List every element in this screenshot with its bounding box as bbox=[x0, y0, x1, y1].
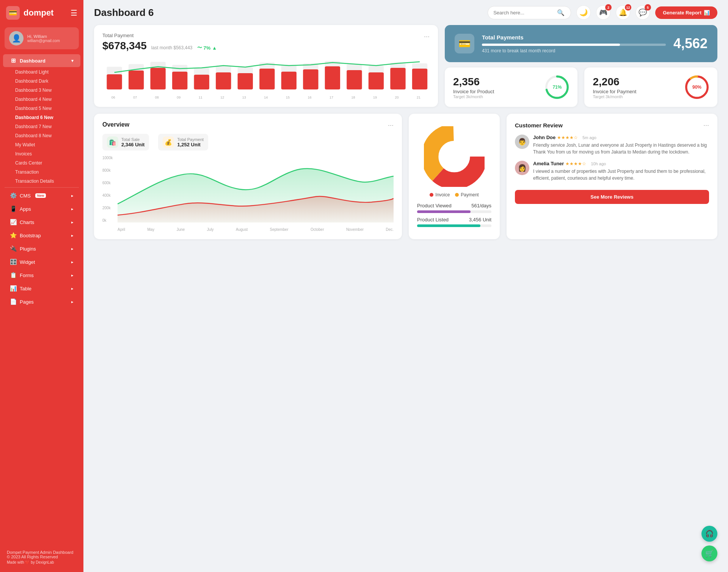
svg-rect-23 bbox=[347, 70, 362, 89]
see-more-reviews-button[interactable]: See More Reviews bbox=[515, 190, 709, 204]
sidebar-item-dashboard[interactable]: ⊞ Dashboard ▾ bbox=[3, 54, 80, 67]
main-content: Dashboard 6 🔍 🌙 🎮 2 🔔 12 💬 5 Generate Re… bbox=[83, 0, 728, 572]
pie-chart: 62% 38% bbox=[424, 126, 485, 187]
greeting: Hi, William bbox=[27, 34, 60, 39]
review-item-1: 👨 John Doe ★★★★☆ 5m ago Friendly service… bbox=[515, 135, 709, 155]
total-payment-card: Total Payment $678,345 last month $563,4… bbox=[94, 25, 438, 107]
invoice-payment-label: Invoice for Payment bbox=[593, 89, 679, 94]
gamepad-btn[interactable]: 🎮 2 bbox=[596, 5, 610, 20]
pages-arrow-icon: ▸ bbox=[71, 299, 74, 304]
svg-rect-25 bbox=[369, 72, 384, 89]
forms-arrow-icon: ▸ bbox=[71, 273, 74, 278]
logo-icon: 💳 bbox=[6, 6, 20, 20]
invoice-payment-donut: 90% bbox=[685, 75, 709, 99]
sidebar-subitem-dashboard-6[interactable]: Dashboard 6 New bbox=[3, 113, 80, 122]
apps-icon: 📱 bbox=[10, 205, 17, 212]
sidebar-subitem-dashboard-dark[interactable]: Dashboard Dark bbox=[3, 77, 80, 86]
svg-text:38%: 38% bbox=[460, 148, 468, 152]
total-payment-header: Total Payment $678,345 last month $563,4… bbox=[102, 33, 430, 52]
user-info: Hi, William william@gmail.com bbox=[27, 34, 60, 43]
user-profile[interactable]: 👤 Hi, William william@gmail.com bbox=[5, 27, 79, 49]
total-payments-blue-card: 💳 Total Payments 431 more to break last … bbox=[445, 25, 717, 62]
invoice-payment-info: 2,206 Invoice for Payment Target 3k/mont… bbox=[593, 76, 679, 99]
trend-percent: 7% bbox=[204, 45, 211, 51]
review-content-2: Amelia Tuner ★★★★☆ 10h ago I viewed a nu… bbox=[533, 161, 709, 182]
bootstrap-label: Bootstrap bbox=[20, 233, 41, 238]
chat-btn[interactable]: 💬 5 bbox=[635, 5, 650, 20]
sidebar-item-apps[interactable]: 📱 Apps ▸ bbox=[3, 202, 80, 215]
review-name-2: Amelia Tuner bbox=[533, 161, 564, 166]
review-header: Customer Review ··· bbox=[515, 121, 709, 129]
invoice-payment-target: Target 3k/month bbox=[593, 94, 679, 99]
sidebar-item-widget[interactable]: 🎛️ Widget ▸ bbox=[3, 255, 80, 268]
cart-icon: 🛒 bbox=[705, 549, 714, 558]
invoice-payment-value: 2,206 bbox=[593, 76, 679, 88]
sidebar-subitem-dashboard-4[interactable]: Dashboard 4 New bbox=[3, 95, 80, 104]
chat-float-btn[interactable]: 🎧 bbox=[701, 526, 717, 542]
product-viewed-bar-inner bbox=[417, 210, 471, 213]
total-payment-stat-value: 1,252 Unit bbox=[177, 142, 204, 147]
area-chart: 1000k800k600k400k200k0k bbox=[102, 156, 394, 232]
sidebar-subitem-transaction[interactable]: Transaction bbox=[3, 168, 80, 177]
sidebar-item-cms[interactable]: ⚙️ CMS New ▸ bbox=[3, 189, 80, 202]
invoice-payment-card: 2,206 Invoice for Payment Target 3k/mont… bbox=[584, 67, 717, 107]
sidebar-subitem-dashboard-light[interactable]: Dashboard Light bbox=[3, 67, 80, 77]
sidebar-subitem-dashboard-3[interactable]: Dashboard 3 New bbox=[3, 86, 80, 95]
sidebar-subitem-invoices[interactable]: Invoices bbox=[3, 149, 80, 158]
payments-label: Total Payments bbox=[482, 34, 666, 41]
generate-report-button[interactable]: Generate Report 📊 bbox=[655, 6, 717, 19]
user-email: william@gmail.com bbox=[27, 39, 60, 43]
sidebar-subitem-dashboard-8[interactable]: Dashboard 8 New bbox=[3, 131, 80, 140]
svg-rect-3 bbox=[129, 71, 144, 89]
brand-name: dompet bbox=[24, 8, 53, 18]
total-payment-sub: last month $563,443 bbox=[151, 45, 193, 50]
trend-line-icon: 〜 bbox=[197, 44, 202, 51]
sidebar-subitem-cards-center[interactable]: Cards Center bbox=[3, 158, 80, 168]
overview-title: Overview bbox=[102, 121, 129, 128]
payments-progress-bar bbox=[482, 44, 666, 46]
sidebar-subitem-dashboard-5[interactable]: Dashboard 5 New bbox=[3, 104, 80, 113]
svg-rect-5 bbox=[151, 68, 166, 89]
more-options-icon[interactable]: ··· bbox=[424, 33, 430, 41]
sidebar-item-pages[interactable]: 📄 Pages ▸ bbox=[3, 295, 80, 308]
total-payment-trend: 〜 7% ▲ bbox=[197, 44, 217, 51]
overview-more-icon[interactable]: ··· bbox=[388, 121, 394, 129]
gamepad-badge: 2 bbox=[605, 4, 612, 11]
payments-value: 4,562 bbox=[673, 36, 708, 52]
right-column: 💳 Total Payments 431 more to break last … bbox=[445, 25, 717, 107]
forms-label: Forms bbox=[20, 273, 34, 278]
theme-toggle-btn[interactable]: 🌙 bbox=[576, 5, 591, 20]
sidebar-subitem-transaction-details[interactable]: Transaction Details bbox=[3, 177, 80, 186]
sidebar-item-plugins[interactable]: 🔌 Plugins ▸ bbox=[3, 242, 80, 255]
search-bar[interactable]: 🔍 bbox=[488, 6, 571, 19]
apps-arrow-icon: ▸ bbox=[71, 207, 74, 212]
sidebar-item-charts[interactable]: 📈 Charts ▸ bbox=[3, 216, 80, 229]
total-payment-stat-label: Total Payment bbox=[177, 137, 204, 142]
total-sale-label: Total Sale bbox=[121, 137, 144, 142]
search-input[interactable] bbox=[493, 10, 554, 16]
review-more-icon[interactable]: ··· bbox=[703, 121, 709, 129]
overview-card: Overview ··· 🛍️ Total Sale 2,346 Unit 💰 bbox=[94, 114, 402, 239]
pages-label: Pages bbox=[20, 299, 34, 305]
hamburger-icon[interactable]: ☰ bbox=[71, 8, 77, 17]
total-sale-value: 2,346 Unit bbox=[121, 142, 144, 147]
customer-review-card: Customer Review ··· 👨 John Doe ★★★★☆ 5m … bbox=[507, 114, 717, 239]
sidebar-footer: Dompet Payment Admin Dashboard © 2023 Al… bbox=[0, 545, 83, 566]
sidebar-item-bootstrap[interactable]: ⭐ Bootstrap ▸ bbox=[3, 229, 80, 242]
sidebar-subitem-dashboard-7[interactable]: Dashboard 7 New bbox=[3, 122, 80, 131]
bell-btn[interactable]: 🔔 12 bbox=[616, 5, 630, 20]
footer-made-with: Made with ❤️ by DexignLab bbox=[7, 560, 77, 564]
invoice-product-donut: 71% bbox=[545, 75, 569, 99]
footer-copyright: © 2023 All Rights Reserved bbox=[7, 555, 77, 559]
sale-icon: 🛍️ bbox=[107, 136, 118, 148]
plugins-icon: 🔌 bbox=[10, 245, 17, 252]
cart-float-btn[interactable]: 🛒 bbox=[701, 545, 717, 561]
sidebar-item-table[interactable]: 📊 Table ▸ bbox=[3, 282, 80, 295]
sidebar-subitem-mywallet[interactable]: My Wallet bbox=[3, 140, 80, 149]
payment-dot bbox=[455, 193, 459, 197]
product-viewed-value: 561/days bbox=[471, 203, 491, 208]
invoice-product-percent: 71% bbox=[552, 85, 562, 90]
pie-chart-card: 62% 38% Invoice Payment bbox=[409, 114, 500, 239]
sidebar-item-forms[interactable]: 📋 Forms ▸ bbox=[3, 269, 80, 282]
review-stars-2: ★★★★☆ bbox=[565, 161, 586, 166]
